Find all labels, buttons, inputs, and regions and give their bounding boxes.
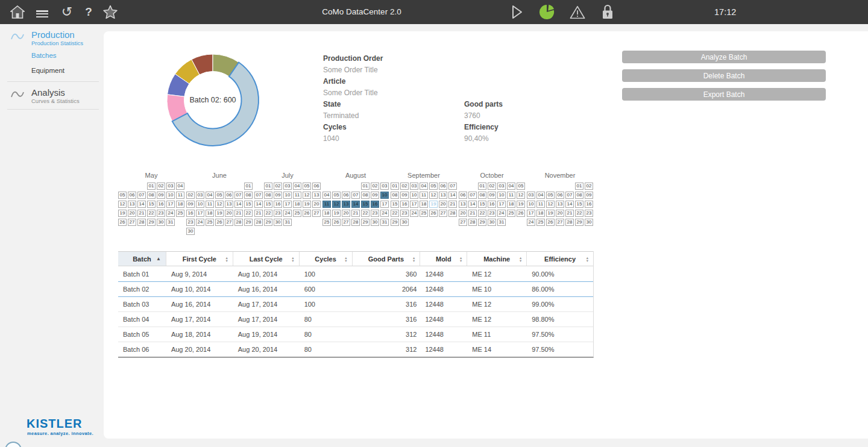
calendar-day[interactable]: 06 [342,192,350,199]
calendar-day[interactable]: 17 [380,201,389,208]
calendar-day[interactable]: 17 [166,201,175,208]
calendar-day[interactable]: 13 [556,201,564,208]
calendar-day[interactable]: 20 [342,210,350,217]
calendar-day[interactable]: 06 [312,183,321,190]
calendar-day[interactable]: 18 [176,201,184,208]
calendar-day[interactable]: 24 [410,210,418,217]
calendar-day[interactable]: 23 [371,210,379,217]
calendar-day[interactable]: 31 [380,219,389,226]
column-header-good-parts[interactable]: Good Parts▴▾ [353,252,421,266]
calendar-day[interactable]: 28 [565,219,574,226]
calendar-day[interactable]: 06 [556,192,564,199]
calendar-day[interactable]: 29 [361,219,370,226]
calendar-day[interactable]: 02 [186,192,195,199]
calendar-day[interactable]: 24 [283,210,292,217]
calendar-day[interactable]: 29 [244,219,253,226]
calendar-day[interactable]: 10 [497,192,506,199]
calendar-day[interactable]: 08 [478,192,486,199]
calendar-day[interactable]: 30 [400,219,409,226]
calendar-day[interactable]: 14 [351,201,360,208]
calendar-day[interactable]: 20 [556,210,564,217]
calendar-day[interactable]: 26 [517,210,525,217]
calendar-day[interactable]: 18 [322,210,331,217]
table-row-batch-04[interactable]: Batch 04Aug 17, 2014Aug 17, 201480316124… [118,311,593,327]
calendar-day[interactable]: 31 [283,219,292,226]
calendar-day[interactable]: 15 [478,201,486,208]
calendar-day[interactable]: 25 [176,210,184,217]
calendar-day[interactable]: 23 [274,210,282,217]
calendar-day[interactable]: 18 [536,210,545,217]
calendar-day[interactable]: 18 [293,201,301,208]
calendar-day[interactable]: 10 [380,192,389,199]
calendar-day[interactable]: 27 [439,210,447,217]
column-header-efficiency[interactable]: Efficiency▴▾ [527,252,593,266]
calendar-day[interactable]: 05 [215,192,224,199]
calendar-day[interactable]: 08 [391,192,399,199]
calendar-day[interactable]: 26 [303,210,311,217]
calendar-day[interactable]: 20 [312,201,321,208]
calendar-day[interactable]: 27 [128,219,136,226]
calendar-day[interactable]: 20 [225,210,233,217]
calendar-day[interactable]: 13 [225,201,233,208]
calendar-day[interactable]: 16 [157,201,165,208]
column-header-batch[interactable]: Batch▲ [118,252,166,266]
calendar-day[interactable]: 08 [244,192,253,199]
calendar-day[interactable]: 05 [429,183,438,190]
calendar-day[interactable]: 21 [565,210,574,217]
calendar-day[interactable]: 09 [585,192,593,199]
calendar-day[interactable]: 29 [391,219,399,226]
calendar-day[interactable]: 12 [429,192,438,199]
calendar-day[interactable]: 16 [186,210,195,217]
calendar-day[interactable]: 21 [468,210,477,217]
calendar-day[interactable]: 23 [157,210,165,217]
calendar-day[interactable]: 21 [351,210,360,217]
calendar-day[interactable]: 15 [575,201,583,208]
calendar-day[interactable]: 06 [439,183,447,190]
calendar-day[interactable]: 04 [420,183,428,190]
calendar-day[interactable]: 17 [196,210,204,217]
calendar-day[interactable]: 28 [254,219,263,226]
calendar-day[interactable]: 12 [215,201,224,208]
calendar-day[interactable]: 01 [244,183,253,190]
calendar-day[interactable]: 19 [517,201,525,208]
calendar-day[interactable]: 15 [147,201,156,208]
analyze-batch-button[interactable]: Analyze Batch [622,51,826,63]
calendar-day[interactable]: 05 [546,192,555,199]
calendar-day[interactable]: 21 [137,210,146,217]
calendar-day[interactable]: 02 [488,183,496,190]
calendar-day[interactable]: 20 [459,210,467,217]
calendar-day[interactable]: 25 [293,210,301,217]
calendar-day[interactable]: 26 [332,219,341,226]
calendar-day[interactable]: 24 [166,210,175,217]
calendar-day[interactable]: 22 [575,210,583,217]
favorite-icon[interactable] [102,5,118,19]
calendar-day[interactable]: 24 [380,210,389,217]
calendar-day[interactable]: 12 [303,192,311,199]
table-row-batch-05[interactable]: Batch 05Aug 18, 2014Aug 19, 201480312124… [118,327,593,342]
calendar-day[interactable]: 02 [274,183,282,190]
calendar-day[interactable]: 19 [215,210,224,217]
calendar-day[interactable]: 06 [459,192,467,199]
calendar-day[interactable]: 07 [565,192,574,199]
calendar-day[interactable]: 05 [303,183,311,190]
help-icon[interactable]: ? [81,5,96,19]
pie-status-icon[interactable] [539,5,555,19]
calendar-day[interactable]: 03 [196,192,204,199]
sidebar-section-analysis[interactable]: Analysis [31,87,65,98]
calendar-day[interactable]: 03 [283,183,292,190]
calendar-day[interactable]: 22 [147,210,156,217]
table-row-batch-06[interactable]: Batch 06Aug 20, 2014Aug 20, 201480312124… [118,342,593,357]
menu-icon[interactable] [36,5,52,19]
calendar-day[interactable]: 04 [293,183,301,190]
calendar-day[interactable]: 14 [468,201,477,208]
calendar-day[interactable]: 19 [546,210,555,217]
home-icon[interactable] [10,5,25,19]
sidebar-item-equipment[interactable]: Equipment [31,67,64,74]
calendar-day[interactable]: 04 [536,192,545,199]
calendar-day[interactable]: 02 [157,183,165,190]
calendar-day[interactable]: 20 [128,210,136,217]
calendar-day[interactable]: 25 [507,210,515,217]
calendar-day[interactable]: 09 [488,192,496,199]
calendar-day[interactable]: 04 [206,192,214,199]
calendar-day[interactable]: 10 [196,201,204,208]
